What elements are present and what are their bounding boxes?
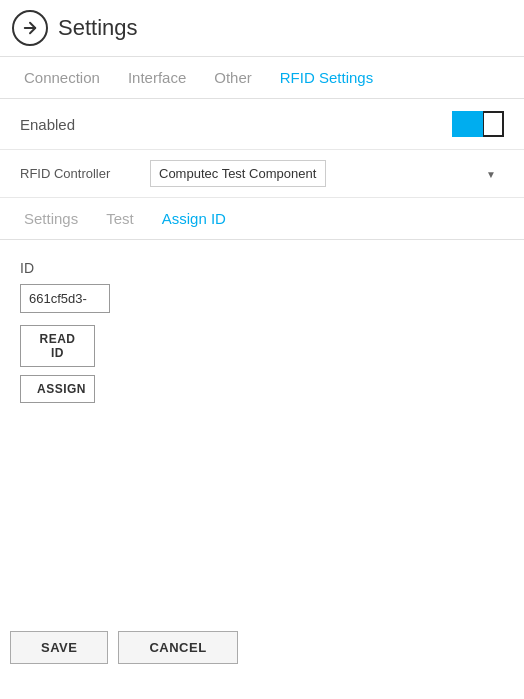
tab-other[interactable]: Other	[200, 57, 266, 98]
enabled-label: Enabled	[20, 116, 75, 133]
sub-tab-settings[interactable]: Settings	[10, 198, 92, 239]
controller-label: RFID Controller	[20, 166, 150, 181]
save-button[interactable]: SAVE	[10, 631, 108, 664]
enabled-toggle[interactable]	[452, 111, 504, 137]
sub-tab-test[interactable]: Test	[92, 198, 148, 239]
id-label: ID	[20, 260, 504, 276]
cancel-button[interactable]: CANCEL	[118, 631, 237, 664]
header: Settings	[0, 0, 524, 57]
assign-button[interactable]: ASSIGN	[20, 375, 95, 403]
controller-select[interactable]: Computec Test Component	[150, 160, 326, 187]
id-input[interactable]	[20, 284, 110, 313]
tab-connection[interactable]: Connection	[10, 57, 114, 98]
main-tabs: Connection Interface Other RFID Settings	[0, 57, 524, 99]
content-area: ID READ ID ASSIGN	[0, 240, 524, 431]
footer-buttons: SAVE CANCEL	[0, 616, 524, 679]
controller-select-wrapper: Computec Test Component	[150, 160, 504, 187]
controller-row: RFID Controller Computec Test Component	[0, 150, 524, 198]
page-title: Settings	[58, 15, 138, 41]
tab-rfid-settings[interactable]: RFID Settings	[266, 57, 387, 98]
toggle-thumb	[484, 113, 502, 135]
sub-tab-assign-id[interactable]: Assign ID	[148, 198, 240, 239]
back-icon[interactable]	[12, 10, 48, 46]
enabled-row: Enabled	[0, 99, 524, 150]
tab-interface[interactable]: Interface	[114, 57, 200, 98]
sub-tabs: Settings Test Assign ID	[0, 198, 524, 240]
read-id-button[interactable]: READ ID	[20, 325, 95, 367]
